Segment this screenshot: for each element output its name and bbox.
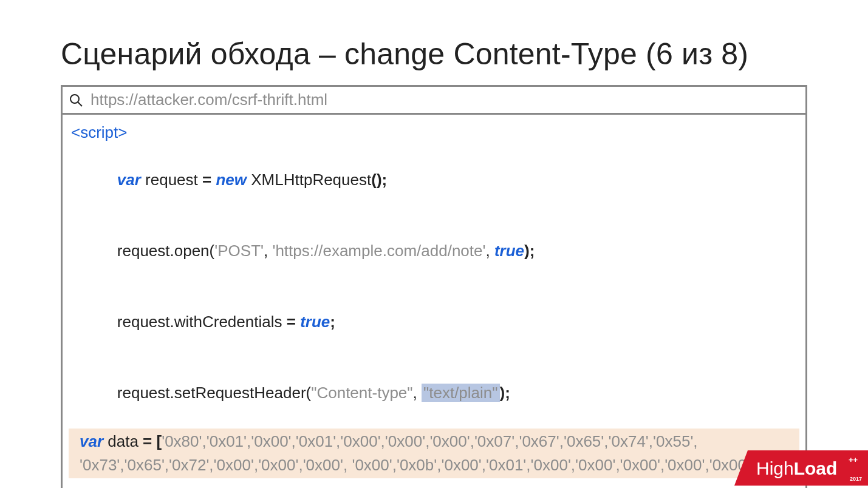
svg-point-0 [70, 95, 79, 103]
svg-text:2017: 2017 [850, 476, 862, 482]
browser-mock: https://attacker.com/csrf-thrift.html <s… [61, 85, 807, 488]
svg-text:++: ++ [849, 455, 858, 464]
code-tag: <script> [71, 123, 128, 141]
highlight-text-plain: "text/plain" [422, 384, 500, 402]
url-text: https://attacker.com/csrf-thrift.html [91, 90, 327, 109]
slide-title: Сценарий обхода – change Content-Type (6… [61, 36, 807, 72]
highload-logo: HighLoad ++ 2017 [734, 450, 868, 488]
search-icon [69, 93, 83, 107]
svg-text:HighLoad: HighLoad [756, 458, 837, 478]
slide: Сценарий обхода – change Content-Type (6… [0, 0, 868, 488]
code-block: <script> var request = new XMLHttpReques… [63, 115, 805, 488]
url-bar: https://attacker.com/csrf-thrift.html [63, 87, 805, 115]
svg-line-1 [78, 102, 82, 106]
highlight-data-array: var data = ['0x80','0x01','0x00','0x01',… [69, 429, 799, 478]
